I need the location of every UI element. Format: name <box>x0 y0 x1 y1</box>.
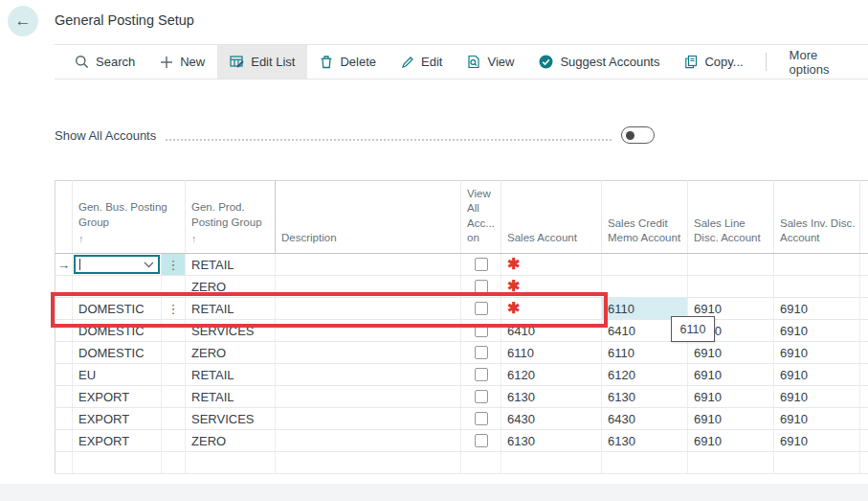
sales-account-cell[interactable]: 6110 <box>501 342 602 364</box>
description-cell[interactable] <box>276 452 461 474</box>
sales-credit-memo-cell[interactable]: 6130 <box>602 430 688 452</box>
sales-inv-disc-cell[interactable]: 6910 <box>774 320 860 342</box>
header-sales-account[interactable]: Sales Account <box>501 181 602 254</box>
gen-prod-cell[interactable]: SERVICES <box>186 320 276 342</box>
view-all-checkbox[interactable] <box>475 280 488 293</box>
row-menu-button[interactable]: ⋮ <box>162 298 186 320</box>
sales-inv-disc-cell[interactable]: 6910 <box>774 430 860 452</box>
gen-prod-cell[interactable]: RETAIL <box>186 364 276 386</box>
sales-line-disc-cell[interactable]: 6910 <box>688 364 774 386</box>
header-sales-inv-disc-account[interactable]: Sales Inv. Disc. Account <box>774 181 860 254</box>
sales-inv-disc-cell[interactable] <box>774 452 860 474</box>
gen-prod-cell[interactable]: RETAIL <box>186 254 276 276</box>
view-all-checkbox[interactable] <box>475 324 488 337</box>
header-gen-prod-posting-group[interactable]: Gen. Prod. Posting Group ↑ <box>186 181 276 254</box>
show-all-accounts-toggle[interactable] <box>621 126 655 144</box>
gen-bus-posting-group-combobox[interactable] <box>74 255 160 274</box>
view-all-checkbox[interactable] <box>475 368 488 381</box>
sales-account-cell[interactable]: ✱ <box>501 276 602 298</box>
sales-account-cell[interactable] <box>501 452 602 474</box>
header-gen-bus-posting-group[interactable]: Gen. Bus. Posting Group ↑ <box>73 181 186 254</box>
sales-account-cell[interactable]: 6430 <box>501 408 602 430</box>
sales-line-disc-cell[interactable] <box>688 276 774 298</box>
view-all-checkbox[interactable] <box>475 346 488 359</box>
gen-prod-cell[interactable]: ZERO <box>186 276 276 298</box>
sales-account-cell[interactable]: ✱ <box>501 298 602 320</box>
sales-inv-disc-cell[interactable] <box>774 254 860 276</box>
gen-prod-cell[interactable]: SERVICES <box>186 408 276 430</box>
sales-line-disc-cell[interactable] <box>688 254 774 276</box>
sales-credit-memo-cell[interactable] <box>602 254 688 276</box>
view-all-checkbox[interactable] <box>475 302 488 315</box>
sales-credit-memo-cell[interactable] <box>602 452 688 474</box>
description-cell[interactable] <box>276 430 461 452</box>
sales-inv-disc-cell[interactable]: 6910 <box>774 386 860 408</box>
description-cell[interactable] <box>276 408 461 430</box>
search-button[interactable]: Search <box>62 45 147 79</box>
sales-account-cell[interactable]: 6410 <box>501 320 602 342</box>
view-all-checkbox[interactable] <box>475 258 488 271</box>
sales-account-cell[interactable]: 6130 <box>501 430 602 452</box>
gen-prod-cell[interactable]: RETAIL <box>186 386 276 408</box>
gen-prod-cell[interactable]: RETAIL <box>186 298 276 320</box>
view-all-cell <box>461 452 501 474</box>
delete-button[interactable]: Delete <box>307 45 389 79</box>
description-cell[interactable] <box>276 364 461 386</box>
active-row-marker: → <box>56 254 73 276</box>
description-cell[interactable] <box>276 276 461 298</box>
back-button[interactable]: ← <box>8 6 38 36</box>
gen-bus-cell[interactable]: DOMESTIC <box>73 342 162 364</box>
sales-inv-disc-cell[interactable]: 6910 <box>774 408 860 430</box>
sales-inv-disc-cell[interactable] <box>774 276 860 298</box>
description-cell[interactable] <box>276 342 461 364</box>
sales-line-disc-cell[interactable]: 6910 <box>688 386 774 408</box>
sales-line-disc-cell[interactable]: 6910 <box>688 430 774 452</box>
new-button[interactable]: New <box>147 45 217 79</box>
sales-account-cell[interactable]: 6130 <box>501 386 602 408</box>
gen-prod-cell[interactable]: ZERO <box>186 342 276 364</box>
header-sales-line-disc-account[interactable]: Sales Line Disc. Account <box>688 181 774 254</box>
sales-account-cell[interactable]: 6120 <box>501 364 602 386</box>
sales-inv-disc-cell[interactable]: 6910 <box>774 364 860 386</box>
gen-prod-cell[interactable] <box>186 452 276 474</box>
gen-bus-cell[interactable] <box>73 452 162 474</box>
gen-bus-cell[interactable] <box>73 276 162 298</box>
sales-line-disc-cell[interactable]: 6910 <box>688 342 774 364</box>
row-menu-button[interactable]: ⋮ <box>162 254 186 276</box>
sales-credit-memo-cell[interactable]: 6110 <box>602 342 688 364</box>
sales-credit-memo-cell[interactable]: 6430 <box>602 408 688 430</box>
view-button[interactable]: View <box>455 45 526 79</box>
sales-line-disc-cell[interactable] <box>688 452 774 474</box>
gen-prod-cell[interactable]: ZERO <box>186 430 276 452</box>
table-row: ZERO ✱ <box>56 276 868 298</box>
suggest-accounts-button[interactable]: Suggest Accounts <box>526 45 672 79</box>
gen-bus-cell[interactable]: EXPORT <box>73 386 162 408</box>
description-cell[interactable] <box>276 386 461 408</box>
sales-inv-disc-cell[interactable]: 6910 <box>774 342 860 364</box>
edit-button[interactable]: Edit <box>389 45 455 79</box>
sales-inv-disc-cell[interactable]: 6910 <box>774 298 860 320</box>
gen-bus-cell[interactable]: EXPORT <box>73 408 162 430</box>
header-sales-credit-memo-account[interactable]: Sales Credit Memo Account <box>602 181 688 254</box>
copy-button[interactable]: Copy... <box>672 45 755 79</box>
description-cell[interactable] <box>276 320 461 342</box>
sales-credit-memo-cell[interactable] <box>602 276 688 298</box>
sales-credit-memo-cell[interactable]: 6120 <box>602 364 688 386</box>
gen-bus-cell[interactable]: DOMESTIC <box>73 320 162 342</box>
header-description[interactable]: Description <box>276 181 461 254</box>
view-all-checkbox[interactable] <box>475 434 488 447</box>
gen-bus-cell[interactable]: DOMESTIC <box>73 298 162 320</box>
more-options-button[interactable]: More options <box>776 45 868 79</box>
table-row: EXPORT ZERO 6130 6130 6910 6910 <box>56 430 868 452</box>
header-view-all-accounts[interactable]: View All Acc... on <box>461 181 501 254</box>
sales-credit-memo-cell[interactable]: 6130 <box>602 386 688 408</box>
sales-line-disc-cell[interactable]: 6910 <box>688 408 774 430</box>
view-all-checkbox[interactable] <box>475 412 488 425</box>
edit-list-button[interactable]: Edit List <box>217 45 307 79</box>
gen-bus-cell[interactable]: EU <box>73 364 162 386</box>
gen-bus-cell[interactable]: EXPORT <box>73 430 162 452</box>
description-cell[interactable] <box>276 298 461 320</box>
view-all-checkbox[interactable] <box>475 390 488 403</box>
description-cell[interactable] <box>276 254 461 276</box>
sales-account-cell[interactable]: ✱ <box>501 254 602 276</box>
